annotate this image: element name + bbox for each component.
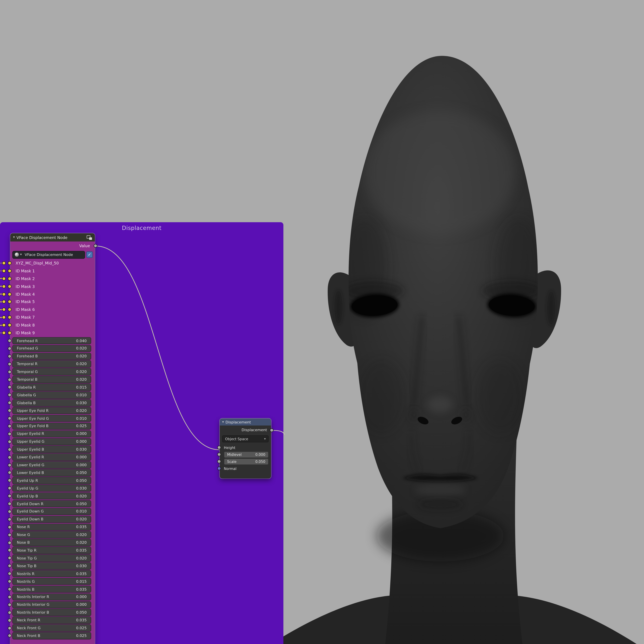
displacement-node-header[interactable]: ▾ Displacement — [220, 419, 271, 426]
input-socket-upper-eyelid-r[interactable] — [8, 432, 12, 436]
slider-nose-tip-b[interactable]: Nose Tip B 0.030 — [12, 562, 91, 570]
input-socket-nose-b[interactable] — [8, 541, 12, 544]
node-vface-displacement[interactable]: ▾ VFace Displacement Node Value ▾ VFace … — [10, 233, 95, 644]
slider-eyelid-up-b[interactable]: Eyelid Up B 0.020 — [12, 492, 91, 500]
slider-eyelid-down-r[interactable]: Eyelid Down R 0.050 — [12, 500, 91, 507]
input-socket-upper-eye-fold-b[interactable] — [8, 424, 12, 428]
linked-source-socket[interactable] — [2, 261, 6, 265]
slider-lower-eyelid-b[interactable]: Lower Eyelid B 0.050 — [12, 469, 91, 476]
input-socket-eyelid-down-g[interactable] — [8, 510, 12, 513]
input-socket-eyelid-up-r[interactable] — [8, 479, 12, 482]
linked-source-socket[interactable] — [2, 277, 6, 280]
input-socket-eyelid-down-b[interactable] — [8, 517, 12, 521]
input-socket-nostrils-interior-g[interactable] — [8, 603, 12, 607]
input-socket-nose-tip-g[interactable] — [8, 556, 12, 560]
input-socket-eyelid-up-b[interactable] — [8, 494, 12, 498]
input-socket-scale[interactable] — [217, 460, 221, 463]
input-socket-neck-front-g[interactable] — [8, 626, 12, 630]
linked-source-socket[interactable] — [2, 292, 6, 296]
input-socket-lower-eyelid-r[interactable] — [8, 455, 12, 459]
input-socket-neck-front-r[interactable] — [8, 618, 12, 622]
node-displacement[interactable]: ▾ Displacement Displacement Object Space… — [220, 419, 271, 479]
slider-eyelid-down-b[interactable]: Eyelid Down B 0.020 — [12, 516, 91, 523]
slider-nostrils-r[interactable]: Nostrils R 0.035 — [12, 570, 91, 577]
slider-neck-front-r[interactable]: Neck Front R 0.035 — [12, 617, 91, 624]
slider-temporal-b[interactable]: Temporal B 0.020 — [12, 376, 91, 383]
slider-upper-eye-fold-b[interactable]: Upper Eye Fold B 0.025 — [12, 422, 91, 430]
slider-nose-g[interactable]: Nose G 0.020 — [12, 531, 91, 539]
slider-temporal-r[interactable]: Temporal R 0.020 — [12, 360, 91, 368]
value-output-socket[interactable] — [94, 244, 97, 248]
input-socket-lower-eyelid-b[interactable] — [8, 471, 12, 475]
input-socket-id-mask-3[interactable] — [8, 284, 12, 288]
input-socket-nostrils-r[interactable] — [8, 572, 12, 575]
slider-lower-eyelid-g[interactable]: Lower Eyelid G 0.000 — [12, 461, 91, 469]
input-socket-temporal-b[interactable] — [8, 378, 12, 381]
slider-neck-front-g[interactable]: Neck Front G 0.025 — [12, 624, 91, 632]
input-socket-nose-g[interactable] — [8, 533, 12, 537]
nodegroup-selector[interactable]: ▾ VFace Displacement Node — [12, 251, 85, 259]
slider-glabella-g[interactable]: Glabella G 0.010 — [12, 391, 91, 399]
vface-node-header[interactable]: ▾ VFace Displacement Node — [10, 233, 95, 242]
input-socket-nostrils-interior-b[interactable] — [8, 611, 12, 614]
input-socket-id-mask-2[interactable] — [8, 277, 12, 280]
input-socket-nose-tip-b[interactable] — [8, 564, 12, 568]
input-socket-nostrils-interior-r[interactable] — [8, 595, 12, 599]
input-socket-forehead-g[interactable] — [8, 347, 12, 350]
slider-midlevel[interactable]: Midlevel 0.000 — [224, 451, 269, 458]
input-socket-upper-eye-fold-g[interactable] — [8, 416, 12, 420]
input-socket-id-mask-4[interactable] — [8, 292, 12, 296]
input-socket-upper-eye-fold-r[interactable] — [8, 409, 12, 412]
slider-eyelid-up-r[interactable]: Eyelid Up R 0.050 — [12, 477, 91, 484]
input-socket-glabella-b[interactable] — [8, 401, 12, 405]
space-dropdown[interactable]: Object Space ▾ — [222, 435, 269, 442]
normal-input-socket[interactable] — [217, 467, 221, 470]
input-socket-id-mask-6[interactable] — [8, 308, 12, 311]
input-socket-id-mask-7[interactable] — [8, 316, 12, 319]
node-editor-viewport[interactable]: Displacement ▾ VFace Displacement Node V… — [0, 0, 644, 644]
slider-upper-eyelid-b[interactable]: Upper Eyelid B 0.030 — [12, 446, 91, 453]
slider-glabella-r[interactable]: Glabella R 0.015 — [12, 384, 91, 391]
input-socket-nostrils-b[interactable] — [8, 587, 12, 591]
slider-nostrils-interior-g[interactable]: Nostrils Interior G 0.000 — [12, 601, 91, 608]
slider-neck-front-b[interactable]: Neck Front B 0.025 — [12, 632, 91, 639]
collapse-chevron-icon[interactable]: ▾ — [13, 236, 15, 239]
input-socket-id-mask-8[interactable] — [8, 323, 12, 327]
slider-nose-tip-g[interactable]: Nose Tip G 0.020 — [12, 554, 91, 562]
slider-nostrils-b[interactable]: Nostrils B 0.035 — [12, 586, 91, 593]
input-socket-forehead-r[interactable] — [8, 339, 12, 342]
slider-forehead-r[interactable]: Forehead R 0.040 — [12, 337, 91, 344]
slider-nose-r[interactable]: Nose R 0.035 — [12, 523, 91, 531]
slider-nose-b[interactable]: Nose B 0.020 — [12, 539, 91, 546]
input-socket-id-mask-9[interactable] — [8, 331, 12, 335]
input-socket-temporal-g[interactable] — [8, 370, 12, 374]
slider-nose-tip-r[interactable]: Nose Tip R 0.035 — [12, 547, 91, 554]
input-socket-eyelid-up-g[interactable] — [8, 486, 12, 490]
input-socket-nose-r[interactable] — [8, 525, 12, 529]
input-socket-lower-eyelid-g[interactable] — [8, 463, 12, 467]
slider-upper-eye-fold-g[interactable]: Upper Eye Fold G 0.010 — [12, 415, 91, 422]
slider-upper-eye-fold-r[interactable]: Upper Eye Fold R 0.020 — [12, 407, 91, 414]
slider-upper-eyelid-g[interactable]: Upper Eyelid G 0.000 — [12, 438, 91, 445]
input-socket-midlevel[interactable] — [217, 453, 221, 456]
linked-source-socket[interactable] — [2, 284, 6, 288]
slider-nostrils-g[interactable]: Nostrils G 0.015 — [12, 578, 91, 585]
input-socket-nostrils-g[interactable] — [8, 580, 12, 583]
input-socket-upper-eyelid-b[interactable] — [8, 448, 12, 451]
input-socket-eyelid-down-r[interactable] — [8, 502, 12, 506]
slider-eyelid-down-g[interactable]: Eyelid Down G 0.010 — [12, 508, 91, 515]
height-input-socket[interactable] — [217, 446, 221, 449]
collapse-chevron-icon[interactable]: ▾ — [222, 420, 224, 424]
slider-forehead-b[interactable]: Forehead B 0.020 — [12, 353, 91, 360]
input-socket-forehead-b[interactable] — [8, 354, 12, 358]
slider-scale[interactable]: Scale 0.050 — [224, 458, 269, 465]
slider-lower-eyelid-r[interactable]: Lower Eyelid R 0.000 — [12, 454, 91, 461]
input-socket-temporal-r[interactable] — [8, 362, 12, 366]
input-socket-id-mask-1[interactable] — [8, 269, 12, 273]
slider-forehead-g[interactable]: Forehead G 0.020 — [12, 345, 91, 352]
slider-temporal-g[interactable]: Temporal G 0.020 — [12, 368, 91, 375]
slider-eyelid-up-g[interactable]: Eyelid Up G 0.030 — [12, 485, 91, 492]
slider-nostrils-interior-b[interactable]: Nostrils Interior B 0.050 — [12, 609, 91, 616]
fake-user-checkbox[interactable]: ✓ — [86, 251, 93, 258]
input-socket-xyz-mc-displ-mid-50[interactable] — [8, 261, 12, 265]
